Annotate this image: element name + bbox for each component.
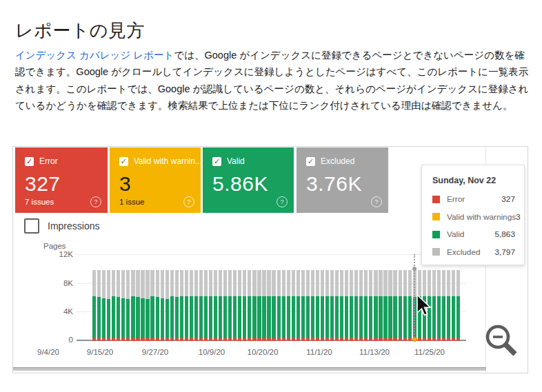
bar-segment-excluded — [301, 270, 305, 297]
chart-bar[interactable] — [214, 270, 217, 341]
horizontal-scrollbar[interactable] — [13, 367, 486, 371]
chart-bar[interactable] — [437, 270, 441, 341]
help-icon[interactable]: ? — [183, 196, 194, 207]
chart-bar[interactable] — [194, 270, 198, 341]
chart-bar[interactable] — [325, 270, 329, 341]
chart-bar[interactable] — [354, 270, 358, 341]
bar-segment-valid — [408, 296, 412, 338]
chart-bar[interactable] — [282, 270, 285, 341]
chart-bar[interactable] — [340, 270, 343, 341]
chart-bar[interactable] — [335, 270, 339, 341]
valid-checkbox[interactable]: ✓ — [212, 157, 221, 166]
chart-bar[interactable] — [102, 270, 106, 341]
chart-bar[interactable] — [287, 270, 290, 341]
zoom-out-icon[interactable] — [482, 321, 525, 364]
status-card-valid[interactable]: ✓ Valid 5.86K ? — [203, 147, 294, 213]
chart-bar[interactable] — [131, 270, 134, 341]
chart-bar[interactable] — [297, 270, 300, 341]
chart-bar[interactable] — [306, 270, 310, 341]
chart-bar[interactable] — [145, 270, 149, 341]
chart-bar[interactable] — [316, 270, 319, 341]
bar-segment-excluded — [180, 270, 183, 297]
chart-bar[interactable] — [243, 270, 246, 341]
chart-bar[interactable] — [180, 270, 183, 341]
bar-segment-excluded — [432, 270, 436, 297]
chart-bar[interactable] — [442, 270, 445, 341]
coverage-chart-plot[interactable] — [77, 254, 466, 340]
chart-bar[interactable] — [359, 270, 363, 341]
chart-bar[interactable] — [156, 270, 159, 341]
chart-bar[interactable] — [345, 270, 348, 341]
impressions-checkbox[interactable] — [24, 218, 39, 234]
status-card-valid-with-warnings[interactable]: ✓ Valid with warnin... 3 1 issue ? — [110, 147, 201, 213]
help-icon[interactable]: ? — [90, 196, 101, 207]
chart-bar[interactable] — [432, 270, 436, 341]
chart-bar[interactable] — [97, 270, 101, 341]
chart-bar[interactable] — [330, 270, 334, 341]
chart-bar[interactable] — [452, 270, 455, 341]
chart-bar[interactable] — [223, 270, 227, 341]
chart-bar[interactable] — [233, 270, 237, 341]
chart-bar[interactable] — [199, 270, 203, 341]
chart-bar[interactable] — [301, 270, 305, 341]
chart-bar[interactable] — [350, 270, 353, 341]
chart-bar[interactable] — [150, 270, 154, 341]
chart-bar[interactable] — [117, 270, 120, 341]
bar-segment-error — [403, 338, 407, 341]
chart-bar[interactable] — [408, 270, 412, 341]
chart-bar[interactable] — [292, 270, 295, 341]
chart-bar[interactable] — [272, 270, 275, 341]
chart-bar[interactable] — [374, 270, 377, 341]
help-icon[interactable]: ? — [277, 196, 288, 207]
chart-bar[interactable] — [388, 270, 392, 341]
valid-with-warnings-checkbox[interactable]: ✓ — [119, 157, 128, 166]
chart-bar[interactable] — [321, 270, 324, 341]
chart-bar[interactable] — [257, 270, 261, 341]
error-checkbox[interactable]: ✓ — [25, 157, 34, 166]
bar-segment-valid — [321, 296, 324, 338]
bar-segment-error — [393, 338, 397, 341]
chart-bar[interactable] — [403, 270, 407, 341]
chart-bar[interactable] — [238, 270, 241, 341]
chart-bar[interactable] — [219, 270, 222, 341]
chart-bar[interactable] — [311, 270, 314, 341]
chart-bar[interactable] — [141, 270, 144, 341]
chart-bar[interactable] — [252, 270, 256, 341]
status-card-error[interactable]: ✓ Error 327 7 issues ? — [15, 147, 108, 213]
chart-bar[interactable] — [126, 270, 130, 341]
help-icon[interactable]: ? — [371, 196, 382, 207]
impressions-toggle[interactable]: Impressions — [24, 218, 99, 234]
chart-bar[interactable] — [204, 270, 208, 341]
chart-bar[interactable] — [267, 270, 270, 341]
status-card-excluded[interactable]: ✓ Excluded 3.76K ? — [297, 147, 388, 213]
chart-bar[interactable] — [107, 270, 110, 341]
chart-bar[interactable] — [364, 270, 368, 341]
chart-bar[interactable] — [121, 270, 125, 341]
chart-bar[interactable] — [399, 270, 402, 341]
chart-bar[interactable] — [228, 270, 232, 341]
chart-bar[interactable] — [165, 270, 169, 341]
chart-bar[interactable] — [112, 270, 115, 341]
chart-bar[interactable] — [393, 270, 397, 341]
chart-bar[interactable] — [209, 270, 212, 341]
chart-bar[interactable] — [161, 270, 164, 341]
chart-bar[interactable] — [369, 270, 372, 341]
chart-bar[interactable] — [277, 270, 281, 341]
chart-bar[interactable] — [262, 270, 265, 341]
chart-bar[interactable] — [456, 270, 460, 341]
excluded-checkbox[interactable]: ✓ — [306, 157, 315, 166]
bar-segment-valid — [204, 296, 208, 338]
chart-bar[interactable] — [185, 270, 188, 341]
chart-bar[interactable] — [175, 270, 179, 341]
chart-bar[interactable] — [170, 270, 174, 341]
chart-bar[interactable] — [447, 270, 450, 341]
chart-bar[interactable] — [383, 270, 387, 341]
impressions-label: Impressions — [48, 220, 99, 231]
chart-bar[interactable] — [248, 270, 251, 341]
index-coverage-report-link[interactable]: インデックス カバレッジ レポート — [15, 50, 174, 61]
chart-bar[interactable] — [190, 270, 193, 341]
chart-bar[interactable] — [379, 270, 382, 341]
bar-segment-valid — [287, 296, 290, 338]
chart-bar[interactable] — [92, 270, 96, 341]
chart-bar[interactable] — [136, 270, 139, 341]
